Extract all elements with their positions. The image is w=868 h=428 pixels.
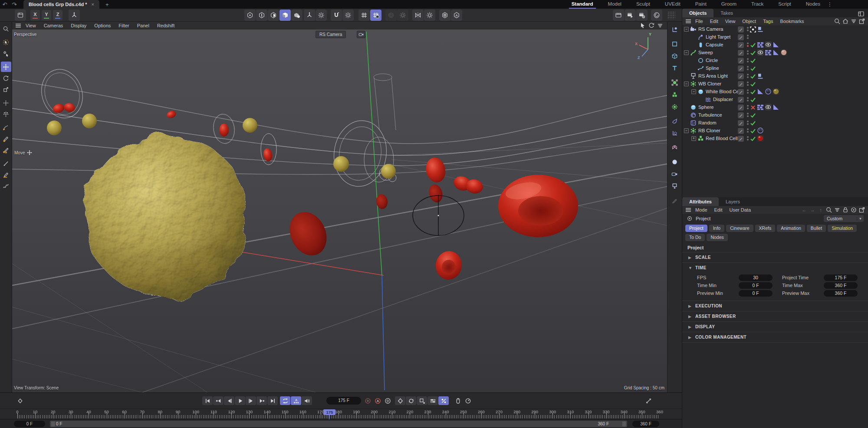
axis-lock-x-button[interactable]: X [30, 10, 40, 20]
collapse-icon[interactable]: − [684, 27, 689, 32]
collapse-icon[interactable]: − [684, 50, 689, 55]
om-search-icon[interactable] [834, 18, 841, 25]
axis-lock-z-button[interactable]: Z [53, 10, 62, 20]
key-position-button[interactable] [395, 396, 405, 405]
eye-tag-icon[interactable] [757, 49, 764, 56]
tree-row-sphere[interactable]: Sphere [682, 103, 868, 111]
tree-row-rs-area-light[interactable]: RS Area Light [682, 72, 868, 80]
category-tab-cineware[interactable]: Cineware [726, 225, 753, 232]
modeling-axis-button[interactable] [385, 10, 397, 21]
redo-icon[interactable]: ↷ [10, 0, 19, 9]
light-tag-icon[interactable] [757, 26, 764, 33]
workspace-overflow-icon[interactable]: ⋮ [827, 1, 832, 7]
preset-dropdown[interactable]: Custom ▼ [824, 215, 864, 222]
tweak-mode-button[interactable] [1, 48, 11, 59]
play-button[interactable] [235, 396, 245, 405]
enabled-check-icon[interactable] [750, 81, 756, 88]
edit-enable-toggle[interactable] [737, 26, 744, 33]
material-tag-icon[interactable] [773, 88, 779, 95]
key-parameter-button[interactable] [427, 396, 438, 405]
auto-mode-button[interactable]: A [451, 10, 462, 21]
viewport-menu-options[interactable]: Options [90, 23, 115, 28]
transform-tool-button[interactable] [1, 98, 11, 108]
light-object-button[interactable] [669, 180, 681, 192]
tree-row-displacer[interactable]: Displacer [682, 95, 868, 103]
am-back-icon[interactable]: ← [801, 206, 808, 213]
generators-button[interactable] [669, 77, 681, 88]
am-menu-user-data[interactable]: User Data [726, 207, 755, 212]
line-cut-button[interactable] [1, 170, 11, 180]
edit-enable-toggle[interactable] [737, 73, 744, 80]
live-selection-button[interactable] [1, 37, 11, 47]
viewport-menu-cameras[interactable]: Cameras [40, 23, 67, 28]
range-max-field[interactable]: 360 F [632, 421, 659, 427]
previous-frame-button[interactable] [224, 396, 234, 405]
manager-box-icon[interactable] [15, 10, 26, 21]
render-settings-button[interactable] [636, 10, 648, 21]
viewport-menu-filter[interactable]: Filter [115, 23, 133, 28]
om-menu-bookmarks[interactable]: Bookmarks [776, 19, 807, 24]
range-slider[interactable]: 0 F 360 F [50, 421, 627, 427]
timeline-expand-button[interactable] [643, 396, 654, 405]
workspace-tab-model[interactable]: Model [607, 0, 622, 8]
autokey-button[interactable]: A [373, 396, 382, 405]
material-tag-icon[interactable] [757, 135, 764, 142]
collapse-icon[interactable]: − [684, 82, 689, 86]
points-mode-button[interactable] [244, 10, 256, 21]
record-keyframe-button[interactable] [363, 396, 372, 405]
visibility-dots[interactable] [744, 34, 751, 40]
undo-icon[interactable]: ↶ [0, 0, 10, 9]
workspace-tab-track[interactable]: Track [750, 0, 764, 8]
texture-mode-button[interactable] [291, 10, 302, 21]
tab-layers[interactable]: Layers [719, 197, 747, 206]
tree-row-spline[interactable]: Spline [682, 64, 868, 72]
edit-enable-toggle[interactable] [737, 42, 744, 49]
move-tool-button[interactable] [1, 62, 11, 72]
previous-key-button[interactable] [213, 396, 224, 405]
om-menu-tags[interactable]: Tags [760, 19, 776, 24]
workspace-tab-nodes[interactable]: Nodes [805, 0, 821, 8]
grid-tag-icon[interactable] [757, 41, 764, 48]
category-tab-bullet[interactable]: Bullet [807, 225, 826, 232]
section-header-asset-browser[interactable]: ▶ASSET BROWSER [682, 311, 868, 321]
goto-end-button[interactable] [267, 396, 278, 405]
tree-row-random[interactable]: Random [682, 119, 868, 127]
disabled-cross-icon[interactable] [750, 104, 756, 111]
polygon-pen-button[interactable] [1, 134, 11, 144]
plane-primitive-button[interactable] [669, 38, 681, 49]
om-popout-icon[interactable] [858, 18, 865, 25]
fps-field[interactable]: 30 [739, 274, 773, 281]
workspace-tab-uvedit[interactable]: UVEdit [664, 0, 681, 8]
collapse-icon[interactable]: − [684, 128, 689, 133]
smile-tag-icon[interactable] [765, 88, 772, 95]
am-forward-icon[interactable]: → [809, 206, 816, 213]
volume-pen-button[interactable] [1, 145, 11, 155]
text-object-button[interactable] [669, 62, 681, 74]
edit-enable-toggle[interactable] [737, 81, 744, 88]
am-filter-icon[interactable] [834, 206, 841, 213]
section-header-time[interactable]: ▼TIME [682, 263, 868, 273]
range-right-grip[interactable] [622, 421, 626, 426]
snap-settings-button[interactable] [342, 10, 354, 21]
camera-toggle-icon[interactable] [357, 31, 365, 38]
workspace-tab-paint[interactable]: Paint [694, 0, 707, 8]
mouse-capture-button[interactable] [453, 396, 463, 405]
edit-enable-toggle[interactable] [737, 135, 744, 142]
om-menu-edit[interactable]: Edit [707, 19, 722, 24]
om-menu-file[interactable]: File [692, 19, 707, 24]
am-menu-mode[interactable]: Mode [692, 207, 711, 212]
preview-max-field[interactable]: 360 F [824, 290, 858, 297]
sound-toggle-button[interactable] [302, 396, 312, 405]
cube-primitive-button[interactable] [669, 50, 681, 62]
refresh-icon[interactable] [648, 22, 655, 29]
toolbar-grip[interactable] [667, 11, 675, 19]
viewport-menu-view[interactable]: View [22, 23, 40, 28]
free-move-icon[interactable] [69, 10, 80, 21]
rotation-capture-button[interactable] [463, 396, 473, 405]
snap-tool-button[interactable] [331, 10, 342, 21]
axis-tool-button[interactable] [304, 10, 315, 21]
enabled-check-icon[interactable] [750, 49, 756, 56]
sketch-tool-button[interactable] [1, 181, 11, 191]
tree-row-red-blood-cell[interactable]: +Red Blood Cell [682, 134, 868, 142]
key-rotation-button[interactable] [406, 396, 416, 405]
